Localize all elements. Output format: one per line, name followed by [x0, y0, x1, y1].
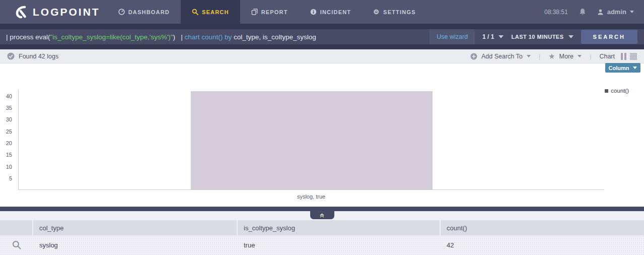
chart-view-switcher: Chart	[599, 53, 637, 60]
query-bar-controls: Use wizard 1 / 1 LAST 10 MINUTES SEARCH	[430, 29, 644, 44]
time-range-value: LAST 10 MINUTES	[511, 34, 563, 40]
chart-type-dropdown[interactable]: Column	[605, 63, 640, 73]
query-segment: col_type, is_coltype_syslog	[232, 33, 316, 41]
y-tick-label: 40	[6, 93, 12, 99]
header-cell-is-coltype-syslog[interactable]: is_coltype_syslog	[238, 220, 441, 235]
settings-gear-icon: ⚙	[373, 9, 380, 15]
star-icon: ★	[548, 52, 555, 60]
plot-area	[18, 89, 604, 190]
header-cell-actions	[0, 220, 33, 235]
chart-label: Chart	[599, 53, 615, 60]
nav-label-settings: SETTINGS	[383, 9, 416, 15]
chart-panel: Column count() 510152025303540 syslog, t…	[0, 63, 644, 207]
query-input[interactable]: | process eval("is_coltype_syslog=like(c…	[6, 33, 316, 41]
y-axis-labels: 510152025303540	[0, 89, 14, 190]
query-segment: | process eval(	[6, 33, 50, 41]
chart-type-icons	[621, 53, 637, 60]
use-wizard-button[interactable]: Use wizard	[430, 29, 475, 44]
table-header-row: col_type is_coltype_syslog count()	[0, 220, 644, 235]
user-menu-caret-icon	[630, 11, 634, 13]
chart-type-value: Column	[609, 65, 629, 71]
query-segment: chart count() by	[185, 33, 232, 41]
clock: 08:38:51	[544, 9, 568, 16]
pagination-value: 1 / 1	[482, 33, 494, 40]
toolbar-divider: |	[539, 52, 540, 60]
check-circle-icon	[7, 52, 15, 60]
logpoint-logo-icon	[15, 6, 28, 19]
more-caret-icon	[578, 55, 582, 57]
y-tick-label: 35	[6, 105, 12, 111]
main-menu: DASHBOARD SEARCH REPORT INCIDENT	[107, 0, 427, 24]
pagination-dropdown[interactable]: 1 / 1	[482, 33, 504, 40]
nav-bottom-strip	[0, 24, 644, 29]
pagination-caret-icon	[498, 35, 504, 38]
x-axis-category-label: syslog, true	[18, 194, 604, 200]
cell-is-coltype-syslog: true	[238, 235, 441, 255]
y-tick-label: 15	[6, 152, 12, 158]
header-cell-col-type[interactable]: col_type	[33, 220, 238, 235]
y-tick-label: 30	[6, 116, 12, 122]
logpoint-logo: LOGPOINT	[15, 0, 100, 24]
collapse-chart-button[interactable]: ····	[310, 211, 334, 219]
chart-type-caret-icon	[633, 67, 637, 69]
results-toolbar: Found 42 logs Add Search To | ★ More | C…	[0, 49, 644, 63]
magnifier-icon[interactable]	[12, 240, 22, 250]
query-segment: "is_coltype_syslog=like(col_type,'sys%')…	[50, 33, 173, 41]
query-segment: |	[175, 33, 185, 41]
table-row[interactable]: syslog true 42	[0, 235, 644, 255]
add-search-to-caret-icon	[527, 55, 531, 57]
y-tick-label: 10	[6, 164, 12, 170]
nav-item-report[interactable]: REPORT	[240, 0, 299, 24]
column-chart-icon[interactable]	[621, 53, 627, 60]
nav-item-settings[interactable]: ⚙ SETTINGS	[362, 0, 426, 24]
add-search-to-label: Add Search To	[481, 53, 523, 60]
nav-label-dashboard: DASHBOARD	[128, 9, 170, 15]
add-search-to-menu[interactable]: Add Search To	[470, 53, 531, 60]
y-tick-label: 5	[9, 175, 12, 181]
cell-count: 42	[441, 235, 644, 255]
nav-label-incident: INCIDENT	[320, 9, 351, 15]
nav-label-report: REPORT	[261, 9, 288, 15]
found-logs-text: Found 42 logs	[19, 53, 58, 60]
results-toolbar-right: Add Search To | ★ More | Chart	[470, 52, 637, 60]
notifications-bell-icon[interactable]	[579, 8, 586, 16]
search-query-bar: | process eval("is_coltype_syslog=like(c…	[0, 29, 644, 44]
plus-circle-icon	[470, 53, 477, 60]
nav-item-search[interactable]: SEARCH	[181, 0, 240, 24]
bar-syslog-true[interactable]	[191, 91, 433, 189]
more-label: More	[559, 53, 574, 60]
row-drilldown-cell	[0, 235, 33, 255]
time-range-caret-icon	[568, 35, 574, 38]
time-range-dropdown[interactable]: LAST 10 MINUTES	[511, 34, 573, 40]
search-icon	[192, 9, 198, 15]
legend-swatch	[605, 89, 608, 93]
y-tick-label: 20	[6, 140, 12, 146]
chart-legend: count()	[605, 88, 629, 94]
topnav-right-group: 08:38:51 admin	[544, 0, 644, 24]
user-avatar-icon	[597, 9, 604, 16]
dashboard-icon	[118, 9, 125, 15]
toolbar-divider: |	[590, 52, 591, 60]
user-menu[interactable]: admin	[597, 8, 634, 16]
nav-item-dashboard[interactable]: DASHBOARD	[107, 0, 181, 24]
legend-label: count()	[611, 88, 629, 94]
search-button[interactable]: SEARCH	[581, 30, 637, 44]
header-cell-count[interactable]: count()	[441, 220, 644, 235]
username: admin	[607, 8, 626, 16]
nav-item-incident[interactable]: INCIDENT	[299, 0, 363, 24]
top-navigation-bar: LOGPOINT DASHBOARD SEARCH REPORT	[0, 0, 644, 24]
cell-col-type: syslog	[33, 235, 238, 255]
incident-icon	[310, 9, 317, 15]
y-tick-label: 25	[6, 129, 12, 135]
grid-view-icon[interactable]	[630, 53, 637, 60]
nav-label-search: SEARCH	[202, 9, 229, 15]
report-icon	[251, 9, 258, 15]
found-logs-status: Found 42 logs	[7, 52, 58, 60]
logo-text: LOGPOINT	[33, 6, 100, 18]
query-bottom-strip	[0, 44, 644, 49]
chart-table-divider: ····	[0, 207, 644, 211]
more-menu[interactable]: ★ More	[548, 52, 582, 60]
double-chevron-up-icon	[319, 213, 325, 218]
